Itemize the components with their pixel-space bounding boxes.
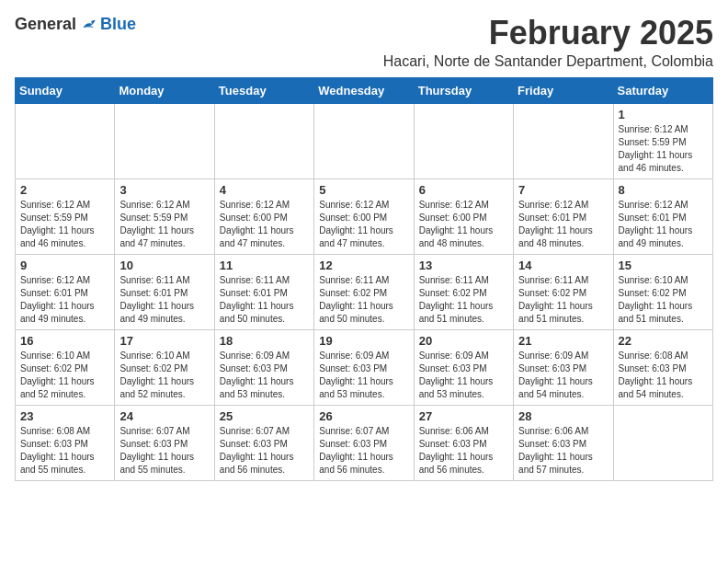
day-info: Sunrise: 6:10 AM Sunset: 6:02 PM Dayligh… <box>20 350 109 401</box>
calendar-cell: 21Sunrise: 6:09 AM Sunset: 6:03 PM Dayli… <box>514 329 613 405</box>
day-info: Sunrise: 6:09 AM Sunset: 6:03 PM Dayligh… <box>319 350 408 401</box>
day-info: Sunrise: 6:10 AM Sunset: 6:02 PM Dayligh… <box>119 350 209 401</box>
calendar-cell: 5Sunrise: 6:12 AM Sunset: 6:00 PM Daylig… <box>314 178 414 254</box>
day-info: Sunrise: 6:07 AM Sunset: 6:03 PM Dayligh… <box>220 425 309 477</box>
day-number: 18 <box>220 334 309 348</box>
calendar-cell: 19Sunrise: 6:09 AM Sunset: 6:03 PM Dayli… <box>314 329 414 405</box>
calendar-week-1: 1Sunrise: 6:12 AM Sunset: 5:59 PM Daylig… <box>16 103 713 178</box>
day-info: Sunrise: 6:09 AM Sunset: 6:03 PM Dayligh… <box>220 350 309 401</box>
calendar-cell <box>414 103 513 178</box>
day-number: 5 <box>319 183 408 197</box>
logo: General Blue <box>15 15 136 34</box>
calendar-cell <box>16 103 115 178</box>
day-info: Sunrise: 6:12 AM Sunset: 6:00 PM Dayligh… <box>220 199 309 250</box>
weekday-header-tuesday: Tuesday <box>214 77 313 103</box>
calendar-cell: 1Sunrise: 6:12 AM Sunset: 5:59 PM Daylig… <box>613 103 712 178</box>
day-number: 2 <box>20 183 109 197</box>
day-info: Sunrise: 6:12 AM Sunset: 5:59 PM Dayligh… <box>619 123 708 175</box>
calendar-cell: 10Sunrise: 6:11 AM Sunset: 6:01 PM Dayli… <box>115 254 214 329</box>
calendar-cell: 25Sunrise: 6:07 AM Sunset: 6:03 PM Dayli… <box>214 405 313 480</box>
calendar-cell: 13Sunrise: 6:11 AM Sunset: 6:02 PM Dayli… <box>414 254 513 329</box>
logo-general-text: General <box>15 15 76 34</box>
day-number: 23 <box>20 409 109 423</box>
day-number: 13 <box>419 259 508 272</box>
day-info: Sunrise: 6:11 AM Sunset: 6:01 PM Dayligh… <box>119 274 209 326</box>
day-info: Sunrise: 6:09 AM Sunset: 6:03 PM Dayligh… <box>518 350 608 401</box>
weekday-header-thursday: Thursday <box>414 77 513 103</box>
calendar-cell: 2Sunrise: 6:12 AM Sunset: 5:59 PM Daylig… <box>16 178 115 254</box>
day-number: 25 <box>220 409 309 423</box>
day-info: Sunrise: 6:12 AM Sunset: 6:00 PM Dayligh… <box>319 199 408 250</box>
day-number: 12 <box>319 259 408 272</box>
day-info: Sunrise: 6:09 AM Sunset: 6:03 PM Dayligh… <box>419 350 508 401</box>
day-info: Sunrise: 6:12 AM Sunset: 5:59 PM Dayligh… <box>119 199 209 250</box>
day-number: 27 <box>419 409 508 423</box>
calendar-cell: 22Sunrise: 6:08 AM Sunset: 6:03 PM Dayli… <box>613 329 712 405</box>
day-info: Sunrise: 6:07 AM Sunset: 6:03 PM Dayligh… <box>119 425 209 477</box>
calendar-cell: 20Sunrise: 6:09 AM Sunset: 6:03 PM Dayli… <box>414 329 513 405</box>
calendar-cell: 4Sunrise: 6:12 AM Sunset: 6:00 PM Daylig… <box>214 178 313 254</box>
calendar-cell: 28Sunrise: 6:06 AM Sunset: 6:03 PM Dayli… <box>514 405 613 480</box>
day-info: Sunrise: 6:12 AM Sunset: 6:01 PM Dayligh… <box>619 199 708 250</box>
day-number: 9 <box>20 259 109 272</box>
day-number: 22 <box>619 334 708 348</box>
day-info: Sunrise: 6:11 AM Sunset: 6:01 PM Dayligh… <box>220 274 309 326</box>
weekday-header-sunday: Sunday <box>16 77 115 103</box>
calendar-cell: 15Sunrise: 6:10 AM Sunset: 6:02 PM Dayli… <box>613 254 712 329</box>
calendar-cell: 17Sunrise: 6:10 AM Sunset: 6:02 PM Dayli… <box>115 329 214 405</box>
calendar-cell: 24Sunrise: 6:07 AM Sunset: 6:03 PM Dayli… <box>115 405 214 480</box>
day-info: Sunrise: 6:12 AM Sunset: 6:01 PM Dayligh… <box>518 199 608 250</box>
calendar-week-3: 9Sunrise: 6:12 AM Sunset: 6:01 PM Daylig… <box>16 254 713 329</box>
day-number: 24 <box>119 409 209 423</box>
day-number: 3 <box>119 183 209 197</box>
day-info: Sunrise: 6:12 AM Sunset: 6:01 PM Dayligh… <box>20 274 109 326</box>
day-info: Sunrise: 6:11 AM Sunset: 6:02 PM Dayligh… <box>518 274 608 326</box>
day-number: 20 <box>419 334 508 348</box>
day-info: Sunrise: 6:07 AM Sunset: 6:03 PM Dayligh… <box>319 425 408 477</box>
day-number: 10 <box>119 259 209 272</box>
calendar-cell: 23Sunrise: 6:08 AM Sunset: 6:03 PM Dayli… <box>16 405 115 480</box>
day-number: 4 <box>220 183 309 197</box>
calendar-cell: 16Sunrise: 6:10 AM Sunset: 6:02 PM Dayli… <box>16 329 115 405</box>
weekday-header-saturday: Saturday <box>613 77 712 103</box>
calendar-cell <box>115 103 214 178</box>
day-info: Sunrise: 6:06 AM Sunset: 6:03 PM Dayligh… <box>419 425 508 477</box>
day-number: 19 <box>319 334 408 348</box>
day-info: Sunrise: 6:11 AM Sunset: 6:02 PM Dayligh… <box>319 274 408 326</box>
logo-bird-icon <box>80 16 98 34</box>
month-title: February 2025 <box>383 15 713 52</box>
day-number: 1 <box>619 108 708 121</box>
day-number: 21 <box>518 334 608 348</box>
day-number: 15 <box>619 259 708 272</box>
calendar-cell: 11Sunrise: 6:11 AM Sunset: 6:01 PM Dayli… <box>214 254 313 329</box>
day-number: 28 <box>518 409 608 423</box>
calendar-cell: 14Sunrise: 6:11 AM Sunset: 6:02 PM Dayli… <box>514 254 613 329</box>
calendar-cell: 27Sunrise: 6:06 AM Sunset: 6:03 PM Dayli… <box>414 405 513 480</box>
day-number: 26 <box>319 409 408 423</box>
weekday-header-monday: Monday <box>115 77 214 103</box>
calendar-cell: 8Sunrise: 6:12 AM Sunset: 6:01 PM Daylig… <box>613 178 712 254</box>
day-number: 17 <box>119 334 209 348</box>
calendar-header: SundayMondayTuesdayWednesdayThursdayFrid… <box>16 77 713 103</box>
day-info: Sunrise: 6:11 AM Sunset: 6:02 PM Dayligh… <box>419 274 508 326</box>
day-info: Sunrise: 6:10 AM Sunset: 6:02 PM Dayligh… <box>619 274 708 326</box>
day-number: 14 <box>518 259 608 272</box>
day-number: 11 <box>220 259 309 272</box>
calendar-cell: 12Sunrise: 6:11 AM Sunset: 6:02 PM Dayli… <box>314 254 414 329</box>
day-number: 16 <box>20 334 109 348</box>
calendar-cell <box>613 405 712 480</box>
logo-blue-text: Blue <box>100 15 136 34</box>
weekday-header-wednesday: Wednesday <box>314 77 414 103</box>
day-info: Sunrise: 6:08 AM Sunset: 6:03 PM Dayligh… <box>20 425 109 477</box>
calendar-cell <box>514 103 613 178</box>
day-info: Sunrise: 6:08 AM Sunset: 6:03 PM Dayligh… <box>619 350 708 401</box>
calendar-cell: 7Sunrise: 6:12 AM Sunset: 6:01 PM Daylig… <box>514 178 613 254</box>
weekday-header-friday: Friday <box>514 77 613 103</box>
calendar-week-4: 16Sunrise: 6:10 AM Sunset: 6:02 PM Dayli… <box>16 329 713 405</box>
calendar-cell: 26Sunrise: 6:07 AM Sunset: 6:03 PM Dayli… <box>314 405 414 480</box>
calendar-cell: 3Sunrise: 6:12 AM Sunset: 5:59 PM Daylig… <box>115 178 214 254</box>
title-block: February 2025 Hacari, Norte de Santander… <box>383 15 713 70</box>
day-number: 8 <box>619 183 708 197</box>
calendar-cell: 9Sunrise: 6:12 AM Sunset: 6:01 PM Daylig… <box>16 254 115 329</box>
calendar-cell: 6Sunrise: 6:12 AM Sunset: 6:00 PM Daylig… <box>414 178 513 254</box>
